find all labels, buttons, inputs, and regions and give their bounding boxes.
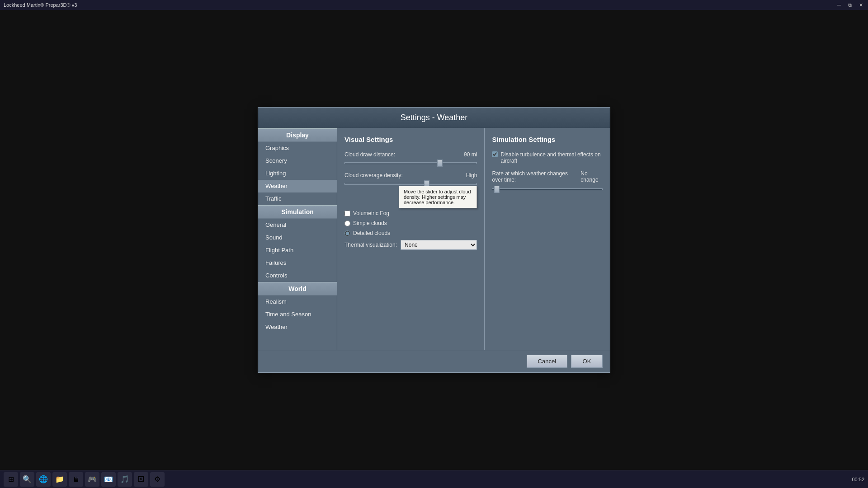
- rate-value: No change: [580, 170, 603, 183]
- disable-turbulence-checkbox[interactable]: [492, 151, 498, 157]
- sidebar: Display Graphics Scenery Lighting Weathe…: [258, 128, 337, 350]
- detailed-clouds-row: Detailed clouds: [344, 230, 477, 236]
- taskbar-icon-8[interactable]: ⚙: [150, 472, 165, 487]
- sidebar-item-traffic[interactable]: Traffic: [258, 192, 337, 205]
- sidebar-display-header: Display: [258, 128, 337, 142]
- titlebar: Lockheed Martin® Prepar3D® v3 ─ ⧉ ✕: [0, 0, 868, 10]
- window-controls: ─ ⧉ ✕: [835, 1, 864, 9]
- volumetric-fog-checkbox[interactable]: [344, 211, 350, 216]
- sidebar-item-flight-path[interactable]: Flight Path: [258, 244, 337, 257]
- minimize-button[interactable]: ─: [835, 1, 843, 9]
- sidebar-simulation-header: Simulation: [258, 205, 337, 219]
- sidebar-item-lighting[interactable]: Lighting: [258, 167, 337, 180]
- taskbar-icon-5[interactable]: 📧: [101, 472, 116, 487]
- taskbar-clock: 00:52: [852, 477, 864, 482]
- rate-slider-thumb[interactable]: [494, 186, 500, 193]
- detailed-clouds-radio[interactable]: [344, 230, 350, 236]
- cloud-draw-distance-value: 90 mi: [464, 151, 477, 158]
- taskbar-icon-7[interactable]: 🖼: [134, 472, 148, 487]
- visual-settings-panel: Visual Settings Cloud draw distance: 90 …: [337, 128, 485, 350]
- rate-label: Rate at which weather changes over time:: [492, 170, 577, 183]
- rate-slider-track: [492, 188, 603, 190]
- taskbar-icon-3[interactable]: 🖥: [69, 472, 83, 487]
- cloud-coverage-density-label: Cloud coverage density:: [344, 172, 403, 178]
- simple-clouds-label: Simple clouds: [353, 220, 387, 226]
- simple-clouds-row: Simple clouds: [344, 220, 477, 226]
- rate-label-row: Rate at which weather changes over time:…: [492, 170, 603, 183]
- search-button[interactable]: 🔍: [20, 472, 34, 487]
- sidebar-item-failures[interactable]: Failures: [258, 257, 337, 269]
- sidebar-item-controls[interactable]: Controls: [258, 269, 337, 282]
- volumetric-fog-label: Volumetric Fog: [353, 210, 389, 216]
- thermal-viz-row: Thermal visualization: None Temperature …: [344, 240, 477, 250]
- taskbar-icon-1[interactable]: 🌐: [36, 472, 51, 487]
- visual-settings-title: Visual Settings: [344, 136, 477, 145]
- taskbar-right: 00:52: [852, 477, 864, 482]
- sidebar-item-time-season[interactable]: Time and Season: [258, 308, 337, 321]
- close-button[interactable]: ✕: [857, 1, 864, 9]
- simple-clouds-radio[interactable]: [344, 221, 350, 226]
- sidebar-item-sound[interactable]: Sound: [258, 231, 337, 244]
- sidebar-world-header: World: [258, 282, 337, 296]
- cloud-coverage-density-value: High: [466, 172, 477, 178]
- sidebar-item-weather[interactable]: Weather: [258, 180, 337, 192]
- sidebar-item-realism[interactable]: Realism: [258, 296, 337, 308]
- taskbar-icon-6[interactable]: 🎵: [118, 472, 132, 487]
- thermal-viz-select[interactable]: None Temperature Humidity Wind: [401, 240, 477, 250]
- simulation-settings-title: Simulation Settings: [492, 136, 603, 145]
- window-title: Lockheed Martin® Prepar3D® v3: [4, 2, 77, 8]
- simulation-settings-panel: Simulation Settings Disable turbulence a…: [485, 128, 610, 350]
- detailed-clouds-label: Detailed clouds: [353, 230, 390, 236]
- cloud-density-tooltip: Move the slider to adjust cloud density.…: [399, 186, 477, 208]
- disable-turbulence-label: Disable turbulence and thermal effects o…: [500, 151, 603, 164]
- taskbar: ⊞ 🔍 🌐 📁 🖥 🎮 📧 🎵 🖼 ⚙ 00:52: [0, 470, 868, 488]
- sidebar-item-world-weather[interactable]: Weather: [258, 321, 337, 333]
- restore-button[interactable]: ⧉: [846, 1, 854, 9]
- cloud-draw-distance-label: Cloud draw distance:: [344, 151, 395, 158]
- volumetric-fog-row: Volumetric Fog: [344, 210, 477, 216]
- dialog-overlay: Settings - Weather Display Graphics Scen…: [0, 10, 868, 470]
- dialog-title: Settings - Weather: [258, 108, 610, 128]
- ok-button[interactable]: OK: [571, 355, 603, 368]
- taskbar-icon-4[interactable]: 🎮: [85, 472, 99, 487]
- disable-turbulence-row: Disable turbulence and thermal effects o…: [492, 151, 603, 164]
- start-button[interactable]: ⊞: [4, 472, 18, 487]
- cloud-draw-distance-setting: Cloud draw distance: 90 mi: [344, 151, 477, 167]
- sidebar-item-graphics[interactable]: Graphics: [258, 142, 337, 155]
- slider-thumb[interactable]: [437, 160, 443, 167]
- taskbar-icons: ⊞ 🔍 🌐 📁 🖥 🎮 📧 🎵 🖼 ⚙: [4, 472, 165, 487]
- thermal-viz-label: Thermal visualization:: [344, 242, 397, 248]
- cloud-draw-distance-slider[interactable]: [344, 160, 477, 167]
- rate-slider[interactable]: [492, 186, 603, 193]
- dialog-footer: Cancel OK: [258, 350, 610, 372]
- dialog-body: Display Graphics Scenery Lighting Weathe…: [258, 128, 610, 350]
- slider-track: [344, 162, 477, 164]
- sidebar-item-scenery[interactable]: Scenery: [258, 155, 337, 167]
- cloud-coverage-density-setting: Cloud coverage density: High Move the sl…: [344, 172, 477, 188]
- settings-dialog: Settings - Weather Display Graphics Scen…: [258, 107, 610, 373]
- slider-track-2: [344, 183, 477, 185]
- taskbar-icon-2[interactable]: 📁: [52, 472, 67, 487]
- cancel-button[interactable]: Cancel: [527, 355, 567, 368]
- sidebar-item-general[interactable]: General: [258, 219, 337, 231]
